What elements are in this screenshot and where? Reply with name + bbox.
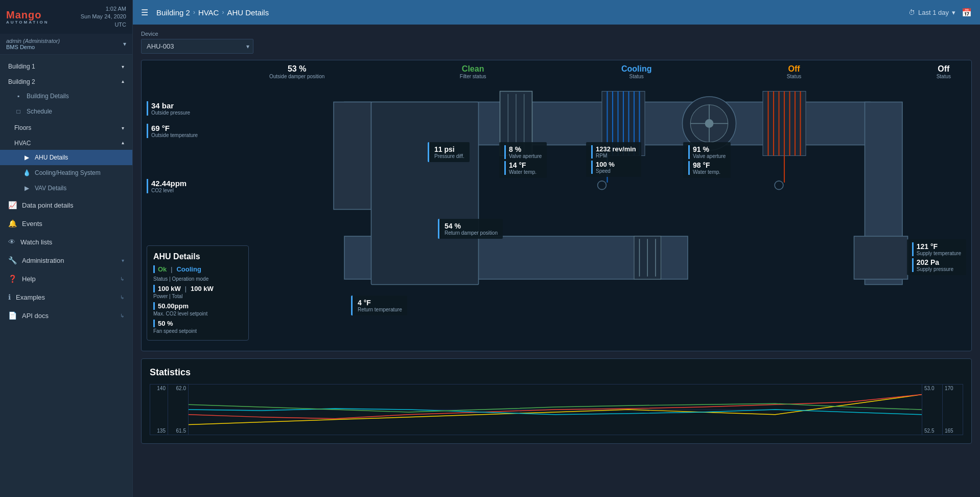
- duct-svg: [259, 86, 966, 301]
- sidebar-item-building1[interactable]: Building 1 ▾: [0, 58, 132, 73]
- filter-status-metric: Clean Filter status: [460, 64, 486, 79]
- sidebar-item-examples[interactable]: ℹ Examples ↳: [0, 288, 132, 306]
- rpm-label: RPM: [596, 153, 636, 159]
- pressure-diff-value: 11 psi: [434, 145, 464, 153]
- ahu-fan-label: Fan speed setpoint: [153, 328, 242, 334]
- ahu-co2-row: 50.00ppm: [153, 302, 242, 310]
- timezone-display: UTC: [81, 21, 126, 29]
- examples-label: Examples: [16, 293, 45, 301]
- filter-status-value: Clean: [460, 64, 486, 74]
- help-ext-icon: ↳: [120, 276, 124, 282]
- sidebar-item-floors[interactable]: Floors ▾: [0, 119, 132, 134]
- device-select[interactable]: AHU-001 AHU-002 AHU-003 AHU-004: [141, 39, 253, 54]
- data-point-icon: 📈: [8, 201, 17, 209]
- outside-temp-label: Outside temperature: [151, 132, 198, 138]
- schedule-icon: □: [14, 108, 22, 115]
- valve2-metrics: 91 % Valve aperture 98 °F Water temp.: [683, 142, 731, 178]
- topbar: ☰ Building 2 › HVAC › AHU Details ⏱ Last…: [133, 0, 980, 25]
- sidebar-item-help[interactable]: ❓ Help ↳: [0, 269, 132, 288]
- valve2-water-temp: 98 °F Water temp.: [688, 161, 726, 175]
- calendar-icon[interactable]: 📅: [962, 8, 972, 17]
- sidebar-item-administration[interactable]: 🔧 Administration ▾: [0, 251, 132, 269]
- menu-toggle-icon[interactable]: ☰: [141, 8, 148, 17]
- date-display: Sun May 24, 2020: [81, 13, 126, 20]
- time-range-selector[interactable]: ⏱ Last 1 day ▾: [908, 9, 955, 16]
- user-dropdown-icon[interactable]: ▾: [123, 40, 126, 48]
- admin-label: Administration: [22, 257, 64, 264]
- off-status1-value: Off: [787, 64, 801, 74]
- outside-pressure-metric: 34 bar Outside pressure: [147, 101, 198, 116]
- valve2-aperture: 91 % Valve aperture: [688, 145, 726, 159]
- chart-left-axis: 140 135: [150, 385, 168, 435]
- cooling-status-label: Status: [621, 74, 652, 79]
- floors-label: Floors: [14, 124, 31, 131]
- ahu-status-row: Ok | Cooling: [153, 265, 242, 273]
- building2-chevron: ▾: [122, 79, 124, 85]
- rpm-value: 1232 rev/min: [596, 145, 636, 153]
- svg-point-36: [775, 181, 783, 190]
- watchlists-label: Watch lists: [20, 238, 52, 246]
- valve1-water-temp: 14 °F Water temp.: [504, 161, 542, 175]
- sidebar-item-vav-details[interactable]: ▶ VAV Details: [0, 180, 132, 196]
- rpm-metric: 1232 rev/min RPM: [591, 145, 636, 159]
- sidebar-item-watch-lists[interactable]: 👁 Watch lists: [0, 233, 132, 251]
- cooling-status-metric: Cooling Status: [621, 64, 652, 79]
- device-label: Device: [141, 31, 972, 37]
- vav-details-label: VAV Details: [35, 185, 66, 192]
- valve1-aperture-value: 8 %: [509, 145, 542, 153]
- co2-metric: 42.44ppm CO2 level: [147, 179, 198, 193]
- valve1-water-temp-value: 14 °F: [509, 161, 542, 169]
- chart-right2-axis: 53.0 52.5: [922, 385, 942, 435]
- outside-temp-metric: 69 °F Outside temperature: [147, 124, 198, 138]
- user-name: admin (Administrator): [6, 38, 60, 44]
- filter-status-label: Filter status: [460, 74, 486, 79]
- user-system: BMS Demo: [6, 44, 60, 50]
- top-metrics-row: 53 % Outside damper position Clean Filte…: [254, 64, 966, 79]
- sidebar-item-events[interactable]: 🔔 Events: [0, 214, 132, 233]
- svg-rect-3: [371, 102, 479, 285]
- sidebar-item-hvac[interactable]: HVAC ▾: [0, 134, 132, 150]
- ahu-details-card: AHU Details Ok | Cooling Status | Operat…: [147, 245, 249, 341]
- breadcrumb-ahu: AHU Details: [227, 8, 269, 17]
- data-point-label: Data point details: [22, 201, 73, 209]
- ahu-fan-speed-value: 50 %: [158, 320, 242, 327]
- help-label: Help: [22, 275, 36, 283]
- rpm-speed-metrics: 1232 rev/min RPM 100 % Speed: [586, 142, 641, 177]
- sidebar-item-data-point-details[interactable]: 📈 Data point details: [0, 196, 132, 214]
- valve2-aperture-label: Valve aperture: [693, 153, 726, 159]
- valve2-water-temp-value: 98 °F: [693, 161, 726, 169]
- co2-label: CO2 level: [151, 188, 198, 193]
- user-info: admin (Administrator) BMS Demo: [6, 38, 60, 50]
- ahu-power-sep: |: [185, 285, 186, 292]
- supply-metrics: 121 °F Supply temperature 202 Pa Supply …: [907, 239, 966, 275]
- return-damper-label: Return damper position: [445, 230, 498, 236]
- breadcrumb-building[interactable]: Building 2: [156, 8, 190, 17]
- breadcrumb-hvac[interactable]: HVAC: [198, 8, 219, 17]
- sidebar-item-building2[interactable]: Building 2 ▾: [0, 73, 132, 88]
- speed-metric: 100 % Speed: [591, 161, 636, 174]
- off-status2-value: Off: [937, 64, 951, 74]
- chart-svg: [189, 385, 922, 435]
- device-select-wrapper: AHU-001 AHU-002 AHU-003 AHU-004: [141, 39, 253, 54]
- sidebar-item-api-docs[interactable]: 📄 API docs ↳: [0, 306, 132, 325]
- ahu-status-label: Status | Operation mode: [153, 276, 242, 282]
- chart-label-52: 52.5: [924, 428, 942, 434]
- supply-pressure-value: 202 Pa: [917, 258, 961, 266]
- return-temp-metric: 4 °F Return temperature: [351, 296, 407, 315]
- supply-temp-label: Supply temperature: [917, 251, 961, 256]
- chart-label-170: 170: [945, 386, 963, 391]
- building1-chevron: ▾: [122, 64, 124, 70]
- ahu-power-row: 100 kW | 100 kW: [153, 285, 242, 292]
- schedule-label: Schedule: [27, 108, 52, 115]
- chart-label-53: 53.0: [924, 386, 942, 391]
- cooling-icon: 💧: [22, 169, 31, 176]
- cooling-heating-label: Cooling/Heating System: [35, 169, 101, 176]
- return-damper-metric: 54 % Return damper position: [438, 219, 503, 239]
- chart-right-axis: 170 165: [942, 385, 963, 435]
- sidebar-item-cooling-heating[interactable]: 💧 Cooling/Heating System: [0, 165, 132, 180]
- sidebar-item-ahu-details[interactable]: ▶ AHU Details: [0, 150, 132, 165]
- sidebar-item-building-details[interactable]: ▪ Building Details: [0, 88, 132, 104]
- content-area: Device AHU-001 AHU-002 AHU-003 AHU-004 5…: [133, 25, 980, 497]
- chart-label-165: 165: [945, 428, 963, 434]
- sidebar-item-schedule[interactable]: □ Schedule: [0, 104, 132, 119]
